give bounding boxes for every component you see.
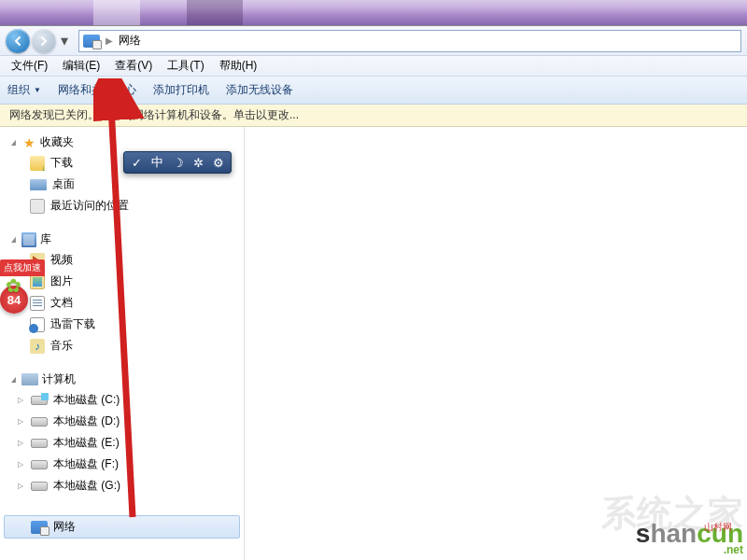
recent-icon bbox=[30, 199, 45, 214]
computer-header[interactable]: 计算机 bbox=[0, 370, 244, 389]
address-location[interactable]: 网络 bbox=[119, 33, 141, 49]
sidebar-item-recent[interactable]: 最近访问的位置 bbox=[0, 195, 244, 217]
window-titlebar bbox=[0, 0, 747, 26]
main-area: ★ 收藏夹 下载 桌面 最近访问的位置 库 bbox=[0, 127, 747, 560]
leaf-icon: ✿ bbox=[6, 274, 21, 297]
organize-button[interactable]: 组织 ▼ bbox=[7, 82, 41, 98]
sidebar-item-drive-g[interactable]: 本地磁盘 (G:) bbox=[0, 475, 244, 497]
music-icon: ♪ bbox=[30, 339, 45, 354]
computer-icon bbox=[21, 373, 38, 385]
network-label: 网络 bbox=[53, 519, 76, 535]
breadcrumb-separator: ▶ bbox=[106, 35, 113, 46]
favorites-header[interactable]: ★ 收藏夹 bbox=[0, 133, 244, 152]
documents-label: 文档 bbox=[50, 295, 73, 311]
favorites-label: 收藏夹 bbox=[40, 134, 74, 150]
drive-icon bbox=[31, 460, 48, 469]
menu-edit[interactable]: 编辑(E) bbox=[55, 56, 107, 76]
navigation-pane: ★ 收藏夹 下载 桌面 最近访问的位置 库 bbox=[0, 127, 245, 560]
expander-icon[interactable] bbox=[15, 395, 25, 405]
xunlei-label: 迅雷下载 bbox=[50, 316, 95, 332]
downloads-icon bbox=[30, 156, 45, 171]
forward-button[interactable] bbox=[32, 29, 56, 53]
command-toolbar: 组织 ▼ 网络和共享中心 添加打印机 添加无线设备 bbox=[0, 77, 747, 105]
expander-icon[interactable] bbox=[7, 234, 18, 245]
add-wireless-device-button[interactable]: 添加无线设备 bbox=[226, 82, 293, 98]
network-sharing-center-button[interactable]: 网络和共享中心 bbox=[58, 82, 136, 98]
expander-icon[interactable] bbox=[15, 416, 25, 427]
menu-file[interactable]: 文件(F) bbox=[4, 56, 55, 76]
computer-label: 计算机 bbox=[42, 371, 76, 387]
info-message: 网络发现已关闭。看不到网络计算机和设备。单击以更改... bbox=[9, 107, 299, 123]
organize-label: 组织 bbox=[7, 82, 30, 98]
drive-d-label: 本地磁盘 (D:) bbox=[53, 413, 120, 429]
menu-tools[interactable]: 工具(T) bbox=[160, 56, 211, 76]
expander-icon[interactable] bbox=[7, 137, 18, 147]
library-icon bbox=[21, 232, 36, 247]
sidebar-item-drive-f[interactable]: 本地磁盘 (F:) bbox=[0, 454, 244, 475]
history-dropdown[interactable]: ▾ bbox=[58, 32, 71, 50]
videos-label: 视频 bbox=[50, 252, 73, 268]
drive-icon bbox=[31, 482, 48, 491]
desktop-label: 桌面 bbox=[52, 176, 75, 192]
expander-icon[interactable] bbox=[7, 374, 18, 385]
sidebar-item-drive-d[interactable]: 本地磁盘 (D:) bbox=[0, 411, 244, 432]
pictures-label: 图片 bbox=[50, 273, 73, 289]
ime-moon-icon: ☽ bbox=[173, 156, 184, 170]
sidebar-item-desktop[interactable]: 桌面 bbox=[0, 174, 244, 195]
address-bar[interactable]: ▶ 网络 bbox=[78, 30, 741, 52]
ime-widget[interactable]: ✓ 中 ☽ ✲ ⚙ bbox=[123, 151, 232, 174]
menu-help[interactable]: 帮助(H) bbox=[212, 56, 265, 76]
menu-bar: 文件(F) 编辑(E) 查看(V) 工具(T) 帮助(H) bbox=[0, 56, 747, 77]
ime-gear-icon: ⚙ bbox=[213, 156, 224, 170]
sidebar-item-xunlei[interactable]: 迅雷下载 bbox=[0, 314, 244, 335]
drive-e-label: 本地磁盘 (E:) bbox=[53, 435, 120, 451]
drive-c-label: 本地磁盘 (C:) bbox=[53, 392, 120, 408]
menu-view[interactable]: 查看(V) bbox=[107, 56, 160, 76]
music-label: 音乐 bbox=[50, 338, 73, 354]
downloads-label: 下载 bbox=[50, 155, 73, 171]
drive-f-label: 本地磁盘 (F:) bbox=[53, 456, 119, 472]
network-group: 网络 bbox=[0, 515, 244, 539]
info-bar[interactable]: 网络发现已关闭。看不到网络计算机和设备。单击以更改... bbox=[0, 105, 747, 127]
computer-group: 计算机 本地磁盘 (C:) 本地磁盘 (D:) 本地磁盘 (E:) 本地磁盘 ( bbox=[0, 370, 244, 497]
expander-icon[interactable] bbox=[15, 459, 25, 469]
navigation-bar: ▾ ▶ 网络 bbox=[0, 26, 747, 56]
expander-icon[interactable] bbox=[15, 438, 25, 448]
add-printer-button[interactable]: 添加打印机 bbox=[153, 82, 209, 98]
expander-icon[interactable] bbox=[15, 481, 25, 491]
sidebar-item-network[interactable]: 网络 bbox=[4, 515, 240, 539]
ime-mode: 中 bbox=[151, 154, 163, 171]
sidebar-item-drive-c[interactable]: 本地磁盘 (C:) bbox=[0, 389, 244, 411]
drive-icon bbox=[31, 396, 48, 405]
libraries-header[interactable]: 库 bbox=[0, 230, 244, 249]
star-icon: ★ bbox=[21, 135, 36, 150]
favorites-group: ★ 收藏夹 下载 桌面 最近访问的位置 bbox=[0, 133, 244, 217]
network-icon bbox=[31, 521, 48, 534]
drive-g-label: 本地磁盘 (G:) bbox=[53, 478, 120, 494]
accelerator-badge[interactable]: 点我加速 ✿ 84 bbox=[0, 259, 45, 314]
sidebar-item-music[interactable]: ♪ 音乐 bbox=[0, 335, 244, 357]
ime-spark-icon: ✲ bbox=[193, 156, 204, 170]
content-pane bbox=[245, 127, 747, 560]
desktop-icon bbox=[30, 179, 47, 190]
recent-label: 最近访问的位置 bbox=[50, 198, 129, 214]
back-button[interactable] bbox=[6, 29, 30, 53]
xunlei-icon bbox=[30, 317, 45, 332]
ime-check-icon: ✓ bbox=[132, 156, 142, 170]
drive-icon bbox=[31, 417, 48, 427]
network-icon bbox=[83, 35, 100, 48]
sidebar-item-drive-e[interactable]: 本地磁盘 (E:) bbox=[0, 432, 244, 454]
drive-icon bbox=[31, 439, 48, 448]
libraries-label: 库 bbox=[40, 231, 51, 247]
chevron-down-icon: ▼ bbox=[34, 86, 41, 94]
